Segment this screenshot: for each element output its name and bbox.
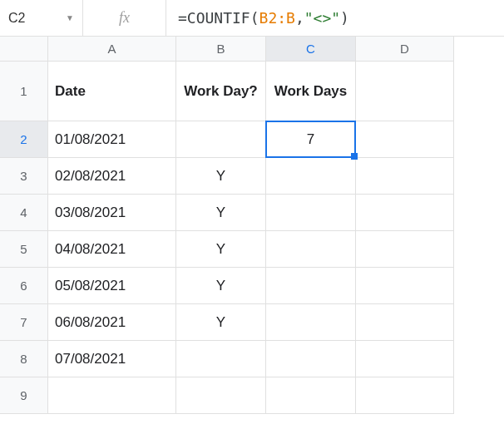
col-header-A[interactable]: A (48, 37, 176, 62)
cell-B5-value: Y (216, 241, 225, 258)
cell-A4[interactable]: 03/08/2021 (48, 195, 176, 231)
cell-A4-value: 03/08/2021 (55, 205, 126, 221)
cell-B4-value: Y (216, 205, 225, 221)
cell-A3[interactable]: 02/08/2021 (48, 158, 176, 195)
formula-string: "<>" (304, 9, 340, 27)
row-header-7[interactable]: 7 (0, 304, 48, 341)
cell-D2[interactable] (356, 121, 454, 158)
active-cell-outline: 7 (265, 121, 356, 158)
cell-A7[interactable]: 06/08/2021 (48, 304, 176, 341)
row-header-9[interactable]: 9 (0, 377, 48, 414)
row-header-2[interactable]: 2 (0, 121, 48, 158)
fx-icon[interactable]: fx (83, 0, 166, 36)
cell-C1[interactable]: Work Days (266, 62, 356, 121)
spreadsheet-grid[interactable]: A B C D 1 Date Work Day? Work Days 2 01/… (0, 37, 504, 414)
cell-D4[interactable] (356, 195, 454, 231)
col-header-B[interactable]: B (176, 37, 266, 62)
cell-A5-value: 04/08/2021 (55, 241, 126, 258)
row-header-3[interactable]: 3 (0, 158, 48, 195)
name-box-dropdown-icon[interactable]: ▼ (66, 13, 74, 22)
cell-D1[interactable] (356, 62, 454, 121)
cell-B5[interactable]: Y (176, 231, 266, 268)
row-header-5[interactable]: 5 (0, 231, 48, 268)
formula-range: B2:B (259, 9, 295, 27)
cell-D7[interactable] (356, 304, 454, 341)
name-box-value: C2 (8, 11, 25, 26)
col-header-C[interactable]: C (266, 37, 356, 62)
cell-A2-value: 01/08/2021 (55, 131, 126, 148)
cell-D3[interactable] (356, 158, 454, 195)
formula-bar: C2 ▼ fx =COUNTIF(B2:B,"<>") (0, 0, 504, 37)
select-all-corner[interactable] (0, 37, 48, 62)
cell-B7-value: Y (216, 314, 225, 331)
col-header-D[interactable]: D (356, 37, 454, 62)
cell-A1[interactable]: Date (48, 62, 176, 121)
cell-B9[interactable] (176, 377, 266, 414)
cell-B2[interactable] (176, 121, 266, 158)
row-header-4[interactable]: 4 (0, 195, 48, 231)
formula-open-paren: ( (250, 9, 259, 27)
cell-D9[interactable] (356, 377, 454, 414)
cell-A8[interactable]: 07/08/2021 (48, 341, 176, 377)
cell-A6[interactable]: 05/08/2021 (48, 268, 176, 304)
cell-B1[interactable]: Work Day? (176, 62, 266, 121)
cell-B8[interactable] (176, 341, 266, 377)
fill-handle[interactable] (351, 153, 358, 160)
cell-A9[interactable] (48, 377, 176, 414)
cell-A2[interactable]: 01/08/2021 (48, 121, 176, 158)
cell-B3-value: Y (216, 168, 225, 185)
cell-D5[interactable] (356, 231, 454, 268)
cell-C4[interactable] (266, 195, 356, 231)
formula-func: =COUNTIF (178, 9, 250, 27)
formula-close-paren: ) (340, 9, 349, 27)
row-header-1[interactable]: 1 (0, 62, 48, 121)
formula-input[interactable]: =COUNTIF(B2:B,"<>") (166, 0, 504, 36)
cell-D6[interactable] (356, 268, 454, 304)
cell-A7-value: 06/08/2021 (55, 314, 126, 331)
cell-D8[interactable] (356, 341, 454, 377)
cell-C2[interactable]: 7 (266, 121, 356, 158)
cell-C8[interactable] (266, 341, 356, 377)
row-header-8[interactable]: 8 (0, 341, 48, 377)
cell-B7[interactable]: Y (176, 304, 266, 341)
cell-B3[interactable]: Y (176, 158, 266, 195)
cell-C6[interactable] (266, 268, 356, 304)
cell-A1-value: Date (55, 83, 86, 100)
cell-A6-value: 05/08/2021 (55, 278, 126, 294)
cell-C3[interactable] (266, 158, 356, 195)
cell-B1-value: Work Day? (184, 83, 258, 100)
cell-B4[interactable]: Y (176, 195, 266, 231)
cell-C9[interactable] (266, 377, 356, 414)
cell-C2-value: 7 (307, 131, 314, 148)
cell-A8-value: 07/08/2021 (55, 351, 126, 367)
formula-comma: , (295, 9, 304, 27)
cell-A5[interactable]: 04/08/2021 (48, 231, 176, 268)
row-header-6[interactable]: 6 (0, 268, 48, 304)
cell-A3-value: 02/08/2021 (55, 168, 126, 185)
cell-B6[interactable]: Y (176, 268, 266, 304)
name-box[interactable]: C2 ▼ (0, 0, 83, 36)
cell-B6-value: Y (216, 278, 225, 294)
cell-C7[interactable] (266, 304, 356, 341)
cell-C1-value: Work Days (274, 83, 348, 100)
cell-C5[interactable] (266, 231, 356, 268)
